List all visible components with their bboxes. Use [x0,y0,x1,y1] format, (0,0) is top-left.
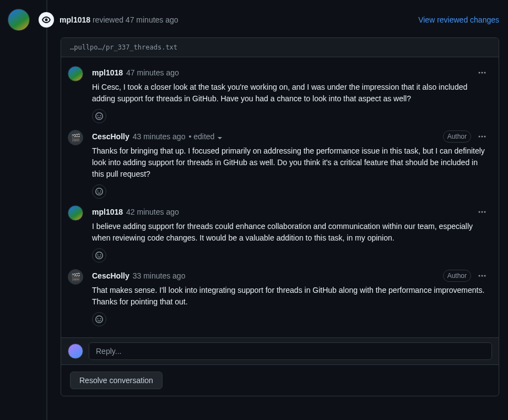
comment-menu-button[interactable] [474,130,490,143]
add-reaction-button[interactable] [92,248,106,263]
review-header: mpl1018 reviewed 47 minutes ago View rev… [46,9,499,31]
avatar[interactable] [68,66,83,81]
avatar[interactable] [68,205,83,221]
comment-menu-button[interactable] [474,205,490,219]
current-user-avatar[interactable] [68,343,83,359]
timeline-rail [46,0,47,420]
comment-menu-button[interactable] [474,66,490,79]
avatar[interactable]: 🎬 [68,269,83,285]
review-user[interactable]: mpl1018 [60,15,90,24]
comment-user[interactable]: CescHolly [92,270,129,282]
reply-area [61,337,499,364]
review-summary: mpl1018 reviewed 47 minutes ago [60,14,418,26]
comment-time[interactable]: 42 minutes ago [126,206,179,218]
review-action: reviewed [93,15,123,24]
edited-indicator[interactable]: • edited [188,131,222,143]
file-path[interactable]: …pullpo…/pr_337_threads.txt [61,38,499,57]
separator: • [188,132,193,141]
comment-body: That makes sense. I'll look into integra… [92,285,490,308]
author-badge: Author [443,270,471,282]
comment-header: CescHolly 43 minutes ago • edited Author [92,130,490,143]
add-reaction-button[interactable] [92,312,106,326]
comment: 🎬 CescHolly 43 minutes ago • edited Auth… [61,126,499,201]
resolve-conversation-button[interactable]: Resolve conversation [70,372,163,389]
comment-menu-button[interactable] [474,269,490,282]
comment-time[interactable]: 47 minutes ago [126,67,179,79]
view-reviewed-changes-link[interactable]: View reviewed changes [418,14,499,26]
comment-header: mpl1018 42 minutes ago [92,205,490,219]
comment-header: mpl1018 47 minutes ago [92,66,490,79]
edited-label: edited [193,132,214,141]
add-reaction-button[interactable] [92,109,106,123]
avatar[interactable] [8,9,30,31]
comment-body: Thanks for bringing that up. I focused p… [92,145,490,180]
comment-user[interactable]: CescHolly [92,131,129,143]
reply-input[interactable] [89,342,492,360]
eye-icon [39,12,54,28]
review-thread: …pullpo…/pr_337_threads.txt mpl1018 47 m… [61,37,499,396]
resolve-area: Resolve conversation [61,364,499,396]
comment-user[interactable]: mpl1018 [92,206,123,218]
comment-body: I believe adding support for threads cou… [92,221,490,244]
comment-body: Hi Cesc, I took a closer look at the tas… [92,81,490,105]
comment: mpl1018 42 minutes ago I believe adding … [61,201,499,265]
review-time[interactable]: 47 minutes ago [126,15,179,24]
comment-time[interactable]: 43 minutes ago [133,131,186,143]
comment-header: CescHolly 33 minutes ago Author [92,269,490,282]
comments-list: mpl1018 47 minutes ago Hi Cesc, I took a… [61,57,499,337]
author-badge: Author [443,130,471,143]
caret-down-icon[interactable] [218,137,222,139]
comment-user[interactable]: mpl1018 [92,67,123,79]
comment-time[interactable]: 33 minutes ago [133,270,186,282]
comment: 🎬 CescHolly 33 minutes ago Author That m… [61,265,499,329]
add-reaction-button[interactable] [92,184,106,199]
avatar[interactable]: 🎬 [68,130,83,145]
comment: mpl1018 47 minutes ago Hi Cesc, I took a… [61,62,499,126]
